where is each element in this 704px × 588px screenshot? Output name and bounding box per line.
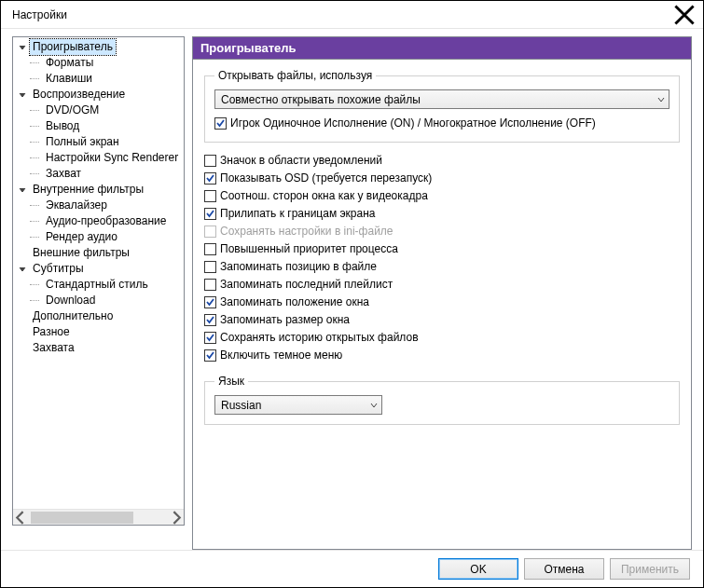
single-instance-checkbox[interactable] bbox=[214, 117, 227, 130]
chevron-down-icon bbox=[370, 402, 378, 409]
tree-item[interactable]: Захвата bbox=[17, 340, 184, 356]
option-label: Запоминать размер окна bbox=[220, 313, 350, 326]
single-instance-label: Игрок Одиночное Исполнение (ON) / Многок… bbox=[230, 116, 596, 130]
nav-tree[interactable]: ПроигрывательФорматыКлавишиВоспроизведен… bbox=[13, 37, 184, 509]
language-dropdown[interactable]: Russian bbox=[214, 395, 382, 415]
scroll-right-icon[interactable] bbox=[168, 510, 184, 525]
option-checkbox[interactable] bbox=[204, 190, 216, 202]
open-mode-dropdown[interactable]: Совместно открывать похожие файлы bbox=[214, 89, 669, 109]
tree-item[interactable]: Разное bbox=[17, 324, 184, 340]
tree-item[interactable]: Вывод bbox=[17, 118, 184, 134]
option-checkbox[interactable] bbox=[204, 314, 216, 326]
tree-item-label: Эквалайзер bbox=[43, 198, 110, 213]
tree-item[interactable]: Дополнительно bbox=[17, 308, 184, 324]
tree-item[interactable]: Эквалайзер bbox=[17, 198, 184, 213]
tree-item[interactable]: Захват bbox=[17, 166, 184, 182]
tree-item[interactable]: Полный экран bbox=[17, 134, 184, 150]
option-label: Запоминать последний плейлист bbox=[220, 278, 393, 291]
scroll-track[interactable] bbox=[29, 510, 168, 525]
option-row[interactable]: Включить темное меню bbox=[204, 347, 680, 363]
tree-item-label: Дополнительно bbox=[30, 308, 116, 324]
expand-icon[interactable] bbox=[17, 185, 28, 196]
scroll-thumb[interactable] bbox=[31, 512, 133, 524]
content-area: ПроигрывательФорматыКлавишиВоспроизведен… bbox=[1, 29, 703, 550]
close-icon[interactable] bbox=[673, 4, 696, 26]
tree-item[interactable]: Рендер аудио bbox=[17, 229, 184, 245]
tree-item-label: Внутренние фильтры bbox=[30, 182, 146, 198]
option-row[interactable]: Запоминать позицию в файле bbox=[204, 258, 680, 275]
option-row: Сохранять настройки в ini-файле bbox=[204, 223, 680, 239]
tree-item[interactable]: Внутренние фильтры bbox=[17, 182, 184, 198]
tree-item-label: Клавиши bbox=[43, 71, 95, 87]
scroll-left-icon[interactable] bbox=[13, 510, 29, 525]
main-panel: Проигрыватель Открывать файлы, используя… bbox=[192, 36, 692, 550]
player-options: Значок в области уведомленийПоказывать O… bbox=[204, 152, 680, 363]
titlebar: Настройки bbox=[1, 1, 703, 29]
option-label: Включить темное меню bbox=[220, 349, 342, 362]
tree-item-label: Внешние фильтры bbox=[30, 245, 132, 261]
option-row[interactable]: Прилипать к границам экрана bbox=[204, 205, 680, 222]
tree-item[interactable]: Субтитры bbox=[17, 261, 184, 277]
tree-item[interactable]: Форматы bbox=[17, 55, 184, 71]
tree-item-label: Полный экран bbox=[43, 134, 122, 150]
option-row[interactable]: Запоминать положение окна bbox=[204, 294, 680, 310]
option-checkbox[interactable] bbox=[204, 208, 216, 220]
tree-item[interactable]: DVD/OGM bbox=[17, 103, 184, 118]
cancel-button[interactable]: Отмена bbox=[524, 558, 604, 580]
expand-icon[interactable] bbox=[17, 264, 28, 275]
tree-item-label: Аудио-преобразование bbox=[43, 213, 169, 229]
tree-item[interactable]: Аудио-преобразование bbox=[17, 213, 184, 229]
language-group: Язык Russian bbox=[204, 375, 680, 425]
option-row[interactable]: Запоминать размер окна bbox=[204, 311, 680, 328]
tree-item[interactable]: Воспроизведение bbox=[17, 87, 184, 103]
tree-item[interactable]: Внешние фильтры bbox=[17, 245, 184, 261]
option-checkbox[interactable] bbox=[204, 172, 216, 185]
option-row[interactable]: Соотнош. сторон окна как у видеокадра bbox=[204, 187, 680, 204]
tree-item-label: Проигрыватель bbox=[30, 39, 116, 55]
ok-button[interactable]: OK bbox=[438, 558, 518, 580]
single-instance-option[interactable]: Игрок Одиночное Исполнение (ON) / Многок… bbox=[214, 115, 669, 131]
option-row[interactable]: Сохранять историю открытых файлов bbox=[204, 329, 680, 346]
nav-tree-panel: ПроигрывательФорматыКлавишиВоспроизведен… bbox=[12, 36, 185, 526]
settings-panel: Открывать файлы, используя Совместно отк… bbox=[192, 60, 692, 550]
page-heading: Проигрыватель bbox=[192, 36, 692, 60]
tree-item-label: Захват bbox=[43, 166, 84, 182]
horizontal-scrollbar[interactable] bbox=[13, 509, 184, 525]
option-checkbox[interactable] bbox=[204, 261, 216, 273]
option-checkbox bbox=[204, 226, 216, 238]
tree-item[interactable]: Проигрыватель bbox=[17, 39, 184, 55]
settings-window: Настройки ПроигрывательФорматыКлавишиВос… bbox=[0, 0, 704, 588]
tree-item-label: Разное bbox=[30, 324, 73, 340]
option-checkbox[interactable] bbox=[204, 296, 216, 308]
option-label: Соотнош. сторон окна как у видеокадра bbox=[220, 189, 428, 202]
option-label: Сохранять историю открытых файлов bbox=[220, 331, 419, 344]
option-row[interactable]: Показывать OSD (требуется перезапуск) bbox=[204, 170, 680, 186]
option-checkbox[interactable] bbox=[204, 349, 216, 362]
tree-item[interactable]: Стандартный стиль bbox=[17, 277, 184, 293]
expand-icon[interactable] bbox=[17, 89, 28, 101]
open-files-legend: Открывать файлы, используя bbox=[214, 69, 376, 82]
option-checkbox[interactable] bbox=[204, 332, 216, 344]
option-label: Запоминать положение окна bbox=[220, 295, 369, 308]
option-label: Показывать OSD (требуется перезапуск) bbox=[220, 171, 432, 185]
option-row[interactable]: Повышенный приоритет процесса bbox=[204, 240, 680, 257]
option-row[interactable]: Значок в области уведомлений bbox=[204, 152, 680, 169]
option-row[interactable]: Запоминать последний плейлист bbox=[204, 276, 680, 293]
tree-item-label: Форматы bbox=[43, 55, 96, 71]
dialog-footer: OK Отмена Применить bbox=[1, 550, 703, 587]
language-legend: Язык bbox=[214, 375, 248, 388]
window-title: Настройки bbox=[12, 8, 67, 21]
open-files-group: Открывать файлы, используя Совместно отк… bbox=[204, 69, 680, 143]
tree-item[interactable]: Настройки Sync Renderer bbox=[17, 150, 184, 166]
option-checkbox[interactable] bbox=[204, 155, 216, 167]
tree-item-label: Рендер аудио bbox=[43, 229, 120, 245]
chevron-down-icon bbox=[657, 96, 665, 103]
option-checkbox[interactable] bbox=[204, 279, 216, 291]
tree-item-label: Download bbox=[43, 293, 98, 308]
option-label: Значок в области уведомлений bbox=[220, 154, 382, 167]
tree-item[interactable]: Download bbox=[17, 293, 184, 308]
tree-item-label: Воспроизведение bbox=[30, 87, 128, 103]
option-checkbox[interactable] bbox=[204, 243, 216, 255]
expand-icon[interactable] bbox=[17, 42, 28, 53]
tree-item[interactable]: Клавиши bbox=[17, 71, 184, 87]
